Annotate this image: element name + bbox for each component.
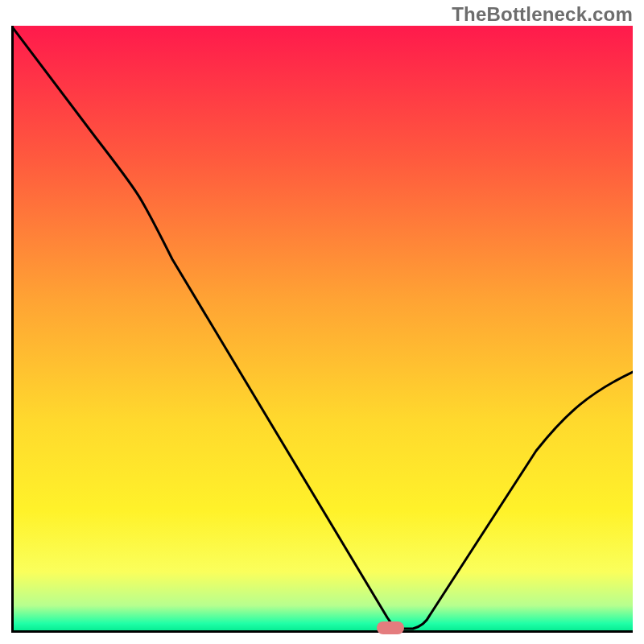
plot-area bbox=[11, 26, 633, 633]
optimal-point-indicator bbox=[377, 621, 404, 634]
watermark-label: TheBottleneck.com bbox=[452, 3, 633, 26]
gradient-background bbox=[11, 26, 633, 633]
chart-frame: TheBottleneck.com bbox=[0, 0, 644, 644]
chart-svg bbox=[11, 26, 633, 633]
